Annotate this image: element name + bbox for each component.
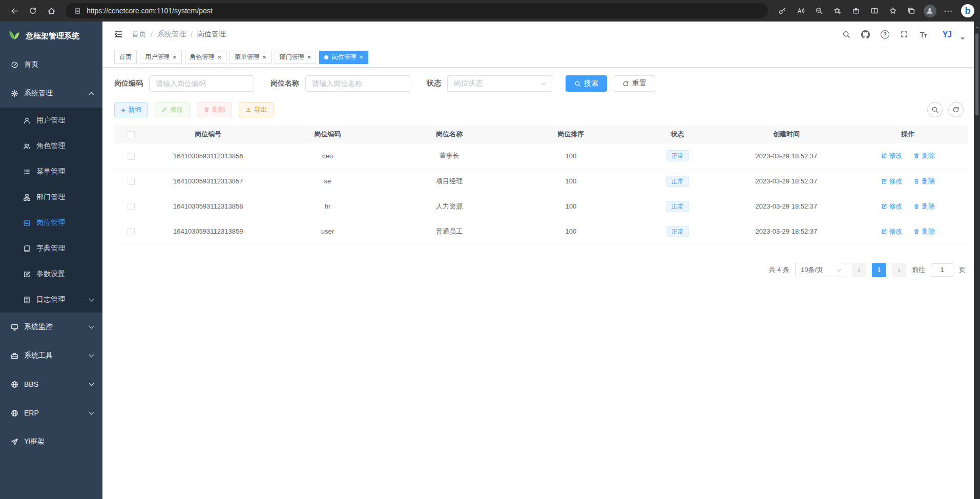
sidebar-item-erp[interactable]: ERP [0, 399, 102, 427]
system-mgmt-submenu: 用户管理 角色管理 菜单管理 部门管理 [0, 108, 102, 313]
row-delete-link[interactable]: 删除 [913, 202, 935, 211]
extensions-icon[interactable] [847, 2, 865, 19]
row-edit-link[interactable]: 修改 [881, 227, 903, 236]
zoom-out-icon[interactable] [810, 2, 828, 19]
tab-label: 用户管理 [145, 53, 170, 61]
app-logo[interactable]: 意框架管理系统 [0, 22, 102, 50]
scrollbar-thumb[interactable] [975, 33, 978, 115]
sidebar-item-param-settings[interactable]: 参数设置 [0, 261, 102, 287]
breadcrumb-home[interactable]: 首页 [132, 30, 146, 39]
tab-role-mgmt[interactable]: 角色管理 × [185, 51, 227, 64]
collapse-caret-icon[interactable]: ⌄ [974, 24, 979, 29]
sidebar-item-system-monitor[interactable]: 系统监控 [0, 313, 102, 341]
sidebar-item-user-mgmt[interactable]: 用户管理 [0, 108, 102, 133]
browser-scrollbar[interactable]: ⌄ [974, 22, 980, 499]
font-size-icon[interactable] [919, 30, 928, 39]
close-icon[interactable]: × [173, 54, 177, 60]
row-checkbox[interactable] [128, 203, 135, 210]
sidebar-item-bbs[interactable]: BBS [0, 370, 102, 399]
sidebar-item-dict-mgmt[interactable]: 字典管理 [0, 236, 102, 261]
sidebar-item-home[interactable]: 首页 [0, 50, 102, 79]
add-button[interactable]: + 新增 [114, 102, 148, 117]
github-icon[interactable] [861, 30, 870, 39]
reset-button[interactable]: 重置 [614, 75, 655, 92]
prev-page-button[interactable]: ‹ [852, 263, 866, 277]
edit-button[interactable]: 修改 [155, 102, 190, 117]
tab-menu-mgmt[interactable]: 菜单管理 × [230, 51, 272, 64]
close-icon[interactable]: × [359, 54, 363, 60]
help-icon[interactable]: ? [881, 30, 889, 39]
next-page-button[interactable]: › [892, 263, 906, 277]
goto-page-input[interactable] [931, 263, 953, 277]
browser-profile-avatar[interactable] [921, 2, 939, 19]
browser-refresh-button[interactable] [24, 2, 42, 19]
sidebar-item-menu-mgmt[interactable]: 菜单管理 [0, 159, 102, 184]
address-bar[interactable]: https://ccnetcore.com:1101/system/post [66, 3, 768, 18]
refresh-table-button[interactable] [948, 102, 964, 117]
sidebar-item-dept-mgmt[interactable]: 部门管理 [0, 184, 102, 210]
row-edit-link[interactable]: 修改 [881, 151, 903, 160]
row-delete-link[interactable]: 删除 [913, 227, 935, 236]
post-code-input[interactable] [149, 75, 254, 92]
fullscreen-icon[interactable] [900, 30, 908, 38]
sidebar-item-role-mgmt[interactable]: 角色管理 [0, 133, 102, 159]
total-count: 共 4 条 [769, 265, 789, 275]
browser-home-button[interactable] [42, 2, 60, 19]
row-edit-link[interactable]: 修改 [881, 202, 903, 211]
row-checkbox[interactable] [128, 178, 135, 185]
tab-post-mgmt[interactable]: 岗位管理 × [319, 51, 368, 64]
tab-home[interactable]: 首页 [114, 51, 137, 64]
cell-created-time: 2023-03-29 18:52:37 [724, 194, 848, 219]
row-checkbox[interactable] [128, 153, 135, 160]
tab-dept-mgmt[interactable]: 部门管理 × [275, 51, 317, 64]
user-avatar[interactable]: YJ [939, 27, 956, 42]
sidebar-item-system-tools[interactable]: 系统工具 [0, 341, 102, 370]
row-edit-link[interactable]: 修改 [881, 177, 903, 186]
select-all-checkbox[interactable] [128, 131, 135, 138]
sidebar-item-label: BBS [24, 380, 38, 388]
read-aloud-icon[interactable] [791, 2, 810, 19]
sidebar-item-log-mgmt[interactable]: 日志管理 [0, 287, 102, 313]
sidebar-item-yi-framework[interactable]: Yi框架 [0, 427, 102, 456]
cell-post-id: 1641030593112313856 [149, 143, 268, 169]
bing-copilot-icon[interactable]: b [957, 2, 975, 19]
caret-down-icon[interactable] [961, 37, 965, 40]
page-info-icon[interactable] [74, 7, 81, 15]
close-icon[interactable]: × [262, 54, 266, 60]
close-icon[interactable]: × [218, 54, 222, 60]
col-post-sort: 岗位排序 [511, 125, 631, 143]
col-status: 状态 [631, 125, 724, 143]
status-select[interactable]: 岗位状态 [447, 75, 552, 92]
delete-button[interactable]: 删除 [197, 102, 232, 117]
breadcrumb-system-mgmt[interactable]: 系统管理 [157, 30, 186, 39]
collections-icon[interactable] [902, 2, 921, 19]
search-icon[interactable] [842, 30, 850, 38]
browser-back-button[interactable] [5, 2, 24, 19]
sidebar-item-label: 首页 [24, 60, 38, 69]
toolbox-icon [10, 352, 18, 360]
sidebar-toggle-icon[interactable] [114, 30, 123, 39]
favorites-icon[interactable] [884, 2, 902, 19]
search-button[interactable]: 搜索 [566, 75, 607, 92]
sidebar-item-post-mgmt[interactable]: 岗位管理 [0, 210, 102, 236]
split-screen-icon[interactable] [865, 2, 884, 19]
main-area: 首页 / 系统管理 / 岗位管理 ? YJ [102, 22, 974, 499]
row-checkbox[interactable] [128, 228, 135, 235]
sidebar-item-system-mgmt[interactable]: 系统管理 [0, 79, 102, 108]
tab-user-mgmt[interactable]: 用户管理 × [140, 51, 182, 64]
add-favorite-icon[interactable] [828, 2, 847, 19]
toggle-search-button[interactable] [927, 102, 943, 117]
post-name-input[interactable] [305, 75, 410, 92]
export-button[interactable]: 导出 [239, 102, 274, 117]
users-icon [23, 142, 31, 150]
page-1-button[interactable]: 1 [872, 263, 886, 277]
browser-menu-button[interactable]: ⋯ [939, 2, 957, 19]
list-icon [23, 168, 31, 176]
chevron-down-icon [89, 381, 94, 386]
row-delete-link[interactable]: 删除 [913, 151, 935, 160]
breadcrumb-current: 岗位管理 [197, 30, 226, 39]
password-key-icon[interactable] [773, 2, 791, 19]
close-icon[interactable]: × [307, 54, 311, 60]
row-delete-link[interactable]: 删除 [913, 177, 935, 186]
page-size-select[interactable]: 10条/页 [795, 263, 846, 277]
